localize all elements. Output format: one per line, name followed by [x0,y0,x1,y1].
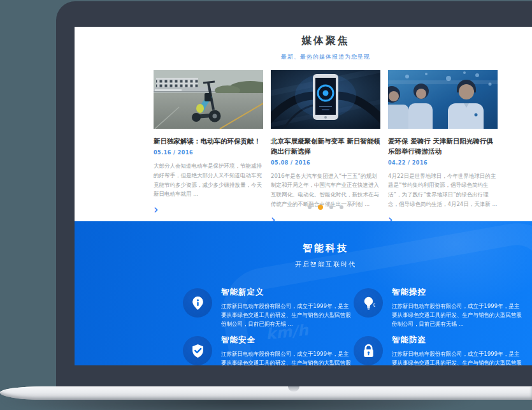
news-card-title[interactable]: 爱环保 爱骑行 天津新日阳光骑行俱乐部举行骑游活动 [388,136,498,157]
lock-icon [354,336,383,365]
news-card-title[interactable]: 北京车展凝聚创新与变革 新日智能领跑出行新选择 [271,136,380,157]
laptop-bezel: 媒体聚焦 最新、最热的媒体报道为您呈现 新日独家解读：电动车的环保贡献！ 05.… [56,1,532,388]
smart-tech-section: 智能科技 开启智能互联时代 km/h 智能新定义 江苏新日电动车股份有限公司，成… [75,221,532,365]
media-section-title: 媒体聚焦 [154,27,498,48]
media-focus-section: 媒体聚焦 最新、最热的媒体报道为您呈现 新日独家解读：电动车的环保贡献！ 05.… [75,27,532,221]
electric-scooter-road-photo[interactable] [154,70,263,129]
feature-description: 江苏新日电动车股份有限公司，成立于1999年，是主要从事绿色交通工具的研发、生产… [392,349,522,365]
shield-check-icon [183,336,212,365]
lightbulb-icon [354,288,383,318]
carousel-dot[interactable] [329,205,333,209]
smart-feature: 智能操控 江苏新日电动车股份有限公司，成立于1999年，是主要从事绿色交通工具的… [354,287,524,328]
news-card-date: 04.22 / 2016 [388,160,498,166]
carousel-dot-active[interactable] [318,205,323,210]
feature-description: 江苏新日电动车股份有限公司，成立于1999年，是主要从事绿色交通工具的研发、生产… [392,302,522,328]
news-card-date: 05.08 / 2016 [271,160,380,166]
media-section-subtitle: 最新、最热的媒体报道为您呈现 [154,53,498,61]
smart-feature: 智能新定义 江苏新日电动车股份有限公司，成立于1999年，是主要从事绿色交通工具… [183,287,354,328]
news-card-date: 05.16 / 2016 [154,150,263,156]
news-card-excerpt: 大部分人会知道电动车是保护环境，节能减排的好帮手，但是绝大部分人又不知道电动车究… [154,161,263,200]
news-card-title[interactable]: 新日独家解读：电动车的环保贡献！ [154,136,263,147]
carousel-dot[interactable] [308,205,312,209]
cycling-club-group-photo[interactable] [388,70,498,129]
smart-section-title: 智能科技 [154,242,498,254]
carousel-pagination [154,200,498,212]
info-pin-icon [183,288,212,318]
smartphone-handlebar-photo[interactable] [271,70,380,129]
feature-title: 智能安全 [221,335,351,346]
feature-title: 智能新定义 [221,287,351,298]
laptop-thumb-notch [288,386,299,392]
laptop-screen: 媒体聚焦 最新、最热的媒体报道为您呈现 新日独家解读：电动车的环保贡献！ 05.… [75,27,532,365]
laptop-base [0,386,532,400]
smart-feature: 智能防盗 江苏新日电动车股份有限公司，成立于1999年，是主要从事绿色交通工具的… [354,335,524,365]
smart-section-subtitle: 开启智能互联时代 [154,260,498,269]
feature-description: 江苏新日电动车股份有限公司，成立于1999年，是主要从事绿色交通工具的研发、生产… [221,349,351,365]
carousel-dot[interactable] [340,205,343,209]
feature-title: 智能操控 [392,287,522,298]
feature-title: 智能防盗 [392,335,522,346]
feature-description: 江苏新日电动车股份有限公司，成立于1999年，是主要从事绿色交通工具的研发、生产… [221,302,351,328]
smart-feature: 智能安全 江苏新日电动车股份有限公司，成立于1999年，是主要从事绿色交通工具的… [183,335,354,365]
feature-grid: 智能新定义 江苏新日电动车股份有限公司，成立于1999年，是主要从事绿色交通工具… [183,287,524,365]
